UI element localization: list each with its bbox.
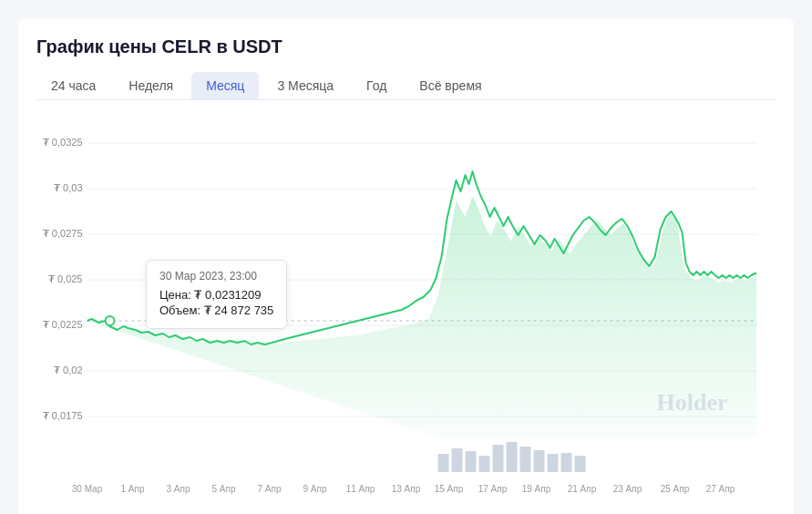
svg-text:₮ 0,02: ₮ 0,02 xyxy=(54,365,82,375)
svg-text:17 Апр: 17 Апр xyxy=(478,484,508,494)
svg-text:₮ 0,03: ₮ 0,03 xyxy=(54,182,82,193)
svg-rect-22 xyxy=(534,450,545,472)
chart-svg: ₮ 0,0325 ₮ 0,03 ₮ 0,0275 ₮ 0,025 ₮ 0,022… xyxy=(36,118,776,501)
svg-text:15 Апр: 15 Апр xyxy=(435,484,464,494)
svg-text:25 Апр: 25 Апр xyxy=(661,484,690,494)
filter-3month[interactable]: 3 Месяца xyxy=(262,72,348,99)
svg-text:27 Апр: 27 Апр xyxy=(706,484,735,494)
chart-area: ₮ 0,0325 ₮ 0,03 ₮ 0,0275 ₮ 0,025 ₮ 0,022… xyxy=(36,118,776,501)
svg-text:7 Апр: 7 Апр xyxy=(258,484,282,494)
filter-year[interactable]: Год xyxy=(352,72,401,99)
svg-text:9 Апр: 9 Апр xyxy=(303,484,327,494)
svg-rect-24 xyxy=(561,453,572,472)
chart-container: График цены CELR в USDT 24 часа Неделя М… xyxy=(18,18,794,514)
svg-text:3 Апр: 3 Апр xyxy=(167,484,190,494)
chart-title: График цены CELR в USDT xyxy=(36,36,776,57)
svg-text:Holder: Holder xyxy=(657,389,728,416)
svg-rect-16 xyxy=(452,448,463,472)
filter-week[interactable]: Неделя xyxy=(114,72,188,99)
svg-text:₮ 0,0325: ₮ 0,0325 xyxy=(43,137,83,148)
filter-all[interactable]: Всё время xyxy=(405,72,496,99)
filter-24h[interactable]: 24 часа xyxy=(36,72,110,99)
svg-text:30 Мар: 30 Мар xyxy=(72,484,103,494)
svg-rect-17 xyxy=(466,451,477,472)
svg-text:₮ 0,025: ₮ 0,025 xyxy=(48,273,83,284)
time-filters: 24 часа Неделя Месяц 3 Месяца Год Всё вр… xyxy=(36,72,776,100)
svg-text:₮ 0,0175: ₮ 0,0175 xyxy=(43,410,83,421)
svg-point-27 xyxy=(106,316,115,325)
svg-rect-25 xyxy=(575,456,586,472)
svg-text:₮ 0,0225: ₮ 0,0225 xyxy=(43,319,83,330)
svg-text:5 Апр: 5 Апр xyxy=(212,484,236,494)
svg-text:19 Апр: 19 Апр xyxy=(522,484,551,494)
svg-text:1 Апр: 1 Апр xyxy=(121,484,145,494)
filter-month[interactable]: Месяц xyxy=(191,72,259,99)
svg-text:11 Апр: 11 Апр xyxy=(346,484,375,494)
svg-rect-15 xyxy=(438,454,449,472)
svg-text:21 Апр: 21 Апр xyxy=(568,484,597,494)
svg-rect-21 xyxy=(520,447,531,472)
svg-text:23 Апр: 23 Апр xyxy=(613,484,642,494)
svg-rect-23 xyxy=(548,454,559,472)
svg-rect-18 xyxy=(479,456,490,472)
svg-rect-20 xyxy=(507,442,518,472)
svg-text:13 Апр: 13 Апр xyxy=(392,484,421,494)
svg-rect-19 xyxy=(493,445,504,472)
svg-text:₮ 0,0275: ₮ 0,0275 xyxy=(43,228,83,239)
